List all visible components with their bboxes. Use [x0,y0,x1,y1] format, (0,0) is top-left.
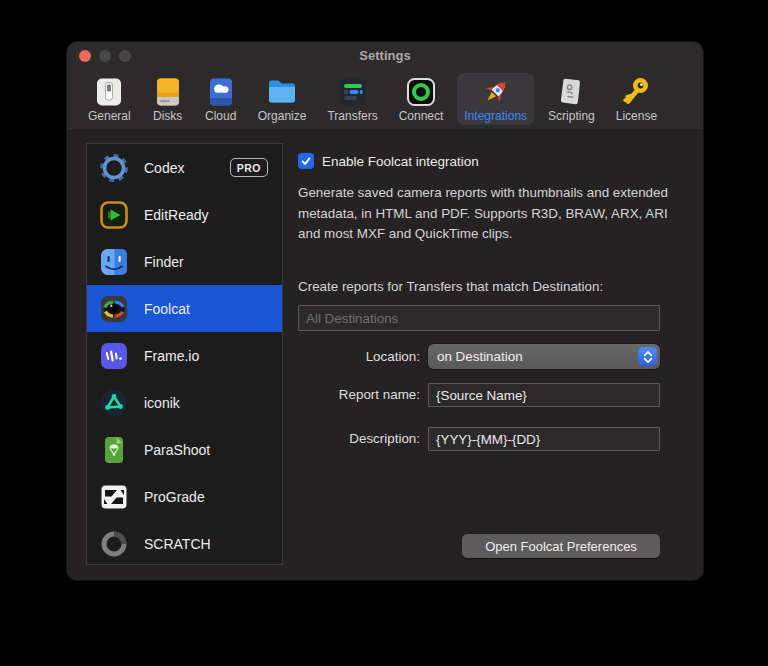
iconik-network-icon [99,388,129,418]
open-foolcat-preferences-button[interactable]: Open Foolcat Preferences [462,534,660,558]
description-input[interactable] [428,427,660,451]
prograde-icon [99,482,129,512]
toolbar-item-transfers[interactable]: Transfers [320,73,384,125]
editready-icon [99,200,129,230]
toolbar-label: General [88,109,131,123]
enable-foolcat-checkbox[interactable] [298,153,314,169]
toolbar-label: Transfers [327,109,377,123]
sidebar-item-label: Finder [144,254,184,270]
pro-badge: PRO [230,158,268,177]
toolbar-item-license[interactable]: License [609,73,664,125]
disk-drive-icon [152,76,184,108]
popup-chevrons-icon [638,347,657,366]
sidebar-item-label: Codex [144,160,184,176]
integrations-sidebar: Codex PRO EditReady Finder [86,143,283,565]
sidebar-item-label: ProGrade [144,489,205,505]
foolcat-eye-icon [99,294,129,324]
settings-toolbar: General Disks Cloud [67,70,703,131]
transfer-bars-icon [337,76,369,108]
toolbar-item-connect[interactable]: Connect [392,73,451,125]
toolbar-item-scripting[interactable]: Scripting [541,73,602,125]
frameio-waveform-icon [99,341,129,371]
titlebar[interactable]: Settings [67,42,703,70]
sidebar-item-scratch[interactable]: SCRATCH [87,520,282,565]
toolbar-item-disks[interactable]: Disks [145,73,191,125]
location-select[interactable]: on Destination [428,344,660,369]
toolbar-label: Integrations [464,109,527,123]
sidebar-item-label: ParaShoot [144,442,210,458]
sidebar-item-iconik[interactable]: iconik [87,379,282,426]
toolbar-label: Connect [399,109,444,123]
sidebar-item-frameio[interactable]: Frame.io [87,332,282,379]
rocket-icon [480,76,512,108]
light-switch-icon [93,76,125,108]
description-label: Description: [298,431,420,446]
toolbar-label: Organize [258,109,307,123]
cloud-drive-icon [205,76,237,108]
sidebar-item-label: iconik [144,395,180,411]
sidebar-item-label: EditReady [144,207,209,223]
match-destination-label: Create reports for Transfers that match … [298,279,603,294]
parashoot-icon [99,435,129,465]
sidebar-item-prograde[interactable]: ProGrade [87,473,282,520]
toolbar-label: License [616,109,657,123]
enable-foolcat-row: Enable Foolcat integration [298,153,479,169]
codex-gear-icon [99,153,129,183]
sidebar-item-foolcat[interactable]: Foolcat [87,285,282,332]
scratch-ring-icon [99,529,129,559]
report-name-label: Report name: [298,387,420,402]
script-document-icon [555,76,587,108]
toolbar-label: Scripting [548,109,595,123]
sidebar-item-parashoot[interactable]: ParaShoot [87,426,282,473]
sidebar-item-label: SCRATCH [144,536,211,552]
toolbar-label: Disks [153,109,182,123]
foolcat-description-text: Generate saved camera reports with thumb… [298,183,672,245]
window-title: Settings [67,48,703,63]
sidebar-item-finder[interactable]: Finder [87,238,282,285]
folder-icon [266,76,298,108]
location-label: Location: [298,349,420,364]
toolbar-label: Cloud [205,109,236,123]
finder-face-icon [99,247,129,277]
settings-window: Settings General Disks [67,42,703,580]
sidebar-item-label: Foolcat [144,301,190,317]
sidebar-item-editready[interactable]: EditReady [87,191,282,238]
toolbar-item-cloud[interactable]: Cloud [198,73,244,125]
toolbar-item-general[interactable]: General [81,73,138,125]
destinations-input[interactable] [298,305,660,331]
location-selected-value: on Destination [428,349,638,364]
connect-ring-icon [405,76,437,108]
report-name-input[interactable] [428,383,660,407]
toolbar-item-organize[interactable]: Organize [251,73,314,125]
sidebar-item-label: Frame.io [144,348,199,364]
enable-foolcat-label: Enable Foolcat integration [322,154,479,169]
toolbar-item-integrations[interactable]: Integrations [457,73,534,125]
sidebar-item-codex[interactable]: Codex PRO [87,144,282,191]
key-icon [620,76,652,108]
